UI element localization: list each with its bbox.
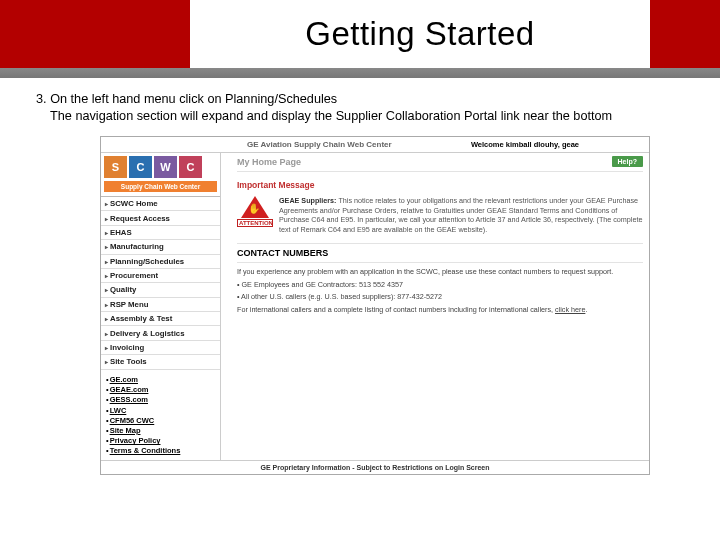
important-message-header: Important Message [237,180,643,190]
nav-quality[interactable]: Quality [101,283,220,297]
nav-delivery-logistics[interactable]: Delivery & Logistics [101,326,220,340]
link-ge-com[interactable]: GE.com [106,375,215,385]
embedded-screenshot: GE Aviation Supply Chain Web Center Welc… [100,136,650,475]
link-privacy-policy[interactable]: Privacy Policy [106,436,215,446]
page-title: My Home Page [237,157,301,167]
gray-separator [0,68,720,78]
logo-s: S [104,156,127,178]
contact-b3-text: For international callers and a complete… [237,305,555,314]
contact-bullet-2: • All other U.S. callers (e.g. U.S. base… [237,292,643,302]
footer-links: GE.com GEAE.com GESS.com LWC CFM56 CWC S… [101,370,220,461]
nav-invoicing[interactable]: Invoicing [101,341,220,355]
link-terms-conditions[interactable]: Terms & Conditions [106,446,215,456]
screenshot-header: GE Aviation Supply Chain Web Center Welc… [101,137,649,153]
link-lwc[interactable]: LWC [106,405,215,415]
instruction-line1: On the left hand menu click on Planning/… [50,92,337,106]
scwc-logo: S C W C [101,153,220,181]
link-gess-com[interactable]: GESS.com [106,395,215,405]
nav-site-tools[interactable]: Site Tools [101,355,220,369]
contact-bullet-3: For international callers and a complete… [237,305,643,315]
main-content: My Home Page Help? Important Message ATT… [221,153,649,460]
link-geae-com[interactable]: GEAE.com [106,385,215,395]
contact-numbers-header: CONTACT NUMBERS [237,243,643,263]
click-here-link[interactable]: click here [555,305,585,314]
attention-bold: GEAE Suppliers: [279,196,337,205]
instruction-block: 3. On the left hand menu click on Planni… [0,78,720,132]
contact-bullet-1: • GE Employees and GE Contractors: 513 5… [237,280,643,290]
nav-scwc-home[interactable]: SCWC Home [101,197,220,211]
nav-menu: SCWC Home Request Access EHAS Manufactur… [101,196,220,370]
nav-manufacturing[interactable]: Manufacturing [101,240,220,254]
logo-w: W [154,156,177,178]
logo-c2: C [179,156,202,178]
left-sidebar: S C W C Supply Chain Web Center SCWC Hom… [101,153,221,460]
logo-subtitle: Supply Chain Web Center [104,181,217,192]
attention-icon: ATTENTION [237,196,273,235]
nav-procurement[interactable]: Procurement [101,269,220,283]
welcome-text: Welcome kimball dlouhy, geae [471,140,579,149]
link-site-map[interactable]: Site Map [106,425,215,435]
contact-intro: If you experience any problem with an ap… [237,267,643,277]
link-cfm56-cwc[interactable]: CFM56 CWC [106,415,215,425]
nav-planning-schedules[interactable]: Planning/Schedules [101,255,220,269]
instruction-number: 3. [36,92,47,106]
logo-c: C [129,156,152,178]
nav-rsp-menu[interactable]: RSP Menu [101,298,220,312]
title-area: Getting Started [190,0,650,68]
proprietary-footer: GE Proprietary Information - Subject to … [101,460,649,474]
nav-request-access[interactable]: Request Access [101,211,220,225]
attention-text: GEAE Suppliers: This notice relates to y… [279,196,643,235]
app-header-title: GE Aviation Supply Chain Web Center [247,140,392,149]
nav-assembly-test[interactable]: Assembly & Test [101,312,220,326]
instruction-line2: The navigation section will expand and d… [36,108,692,125]
nav-ehas[interactable]: EHAS [101,226,220,240]
slide-title: Getting Started [305,15,534,53]
help-button[interactable]: Help? [612,156,643,167]
attention-label: ATTENTION [237,219,273,227]
